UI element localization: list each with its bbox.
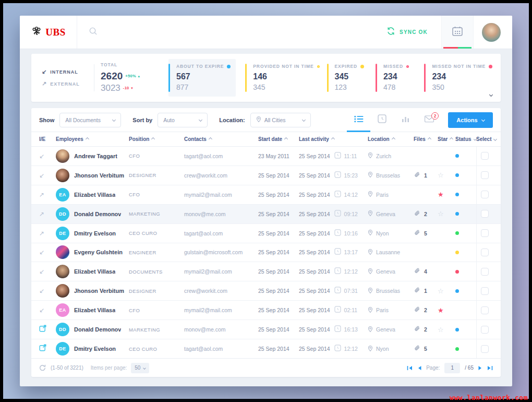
actions-button[interactable]: Actions — [448, 112, 493, 128]
files-cell[interactable]: 1 — [414, 281, 438, 300]
external-filter[interactable]: ↗ EXTERNAL — [42, 80, 88, 87]
files-cell[interactable] — [414, 147, 438, 165]
star-cell[interactable]: ★ — [438, 185, 455, 204]
chart-view-button[interactable] — [394, 108, 417, 132]
employee-cell[interactable]: DEDmitry Evelson — [56, 224, 129, 243]
row-checkbox[interactable] — [481, 191, 489, 198]
employee-cell[interactable]: DEDmitry Evelson — [56, 339, 129, 358]
table-row[interactable]: ↙Elizabet VillasaDOCUMENTSmymail2@mail.c… — [31, 262, 501, 281]
table-row[interactable]: DDDonald DemonovMARKETINGmonov@me.com25 … — [31, 320, 501, 339]
internal-filter[interactable]: ↙ INTERNAL — [42, 68, 88, 75]
column-header[interactable]: Contacts — [184, 136, 258, 142]
files-cell[interactable]: 2 — [414, 320, 438, 339]
table-row[interactable]: ↙Evgeny GulshteinENGINEERgulstain@micros… — [31, 243, 501, 263]
first-page-button[interactable] — [407, 365, 413, 371]
star-cell[interactable] — [438, 224, 455, 243]
column-header[interactable]: Star — [438, 136, 455, 142]
external-link-icon[interactable] — [39, 344, 46, 353]
stat-card[interactable]: ABOUT TO EXPIRE567877 — [168, 59, 236, 97]
employee-cell[interactable]: EAElizabet Villasa — [56, 185, 129, 204]
star-cell[interactable]: ☆ — [438, 281, 455, 300]
row-checkbox[interactable] — [481, 229, 489, 237]
select-cell[interactable] — [476, 205, 493, 223]
employee-cell[interactable]: EAElizabet Villasa — [56, 301, 129, 320]
files-cell[interactable]: 5 — [414, 224, 438, 243]
select-cell[interactable] — [476, 185, 493, 204]
files-cell[interactable] — [414, 185, 438, 204]
employee-cell[interactable]: Jhonson Verbitum — [56, 281, 129, 300]
select-cell[interactable] — [476, 147, 493, 165]
star-cell[interactable]: ☆ — [438, 205, 455, 223]
star-cell[interactable] — [438, 262, 455, 281]
select-cell[interactable] — [476, 262, 493, 281]
column-header[interactable]: Employees — [56, 136, 129, 142]
stat-card[interactable]: MISSED234478 — [376, 59, 417, 97]
employee-cell[interactable]: Jhonson Verbitum — [56, 166, 129, 185]
column-header[interactable]: Position — [129, 136, 184, 142]
row-checkbox[interactable] — [481, 249, 489, 256]
row-checkbox[interactable] — [481, 287, 489, 295]
sync-status[interactable]: SYNC OK — [386, 27, 428, 38]
employee-cell[interactable]: DDDonald Demonov — [56, 320, 129, 339]
column-header[interactable]: Select — [476, 136, 497, 142]
row-checkbox[interactable] — [481, 345, 489, 353]
row-checkbox[interactable] — [481, 306, 489, 314]
row-checkbox[interactable] — [481, 268, 489, 276]
table-row[interactable]: ↙Jhonson VerbitumDESIGNERcrew@workit.com… — [31, 166, 501, 185]
list-view-button[interactable] — [347, 108, 370, 132]
select-cell[interactable] — [476, 281, 493, 300]
star-icon[interactable]: ☆ — [438, 172, 444, 179]
star-icon[interactable]: ★ — [438, 307, 444, 314]
star-cell[interactable]: ☆ — [438, 320, 455, 339]
files-cell[interactable]: 2 — [414, 301, 438, 320]
sort-select[interactable]: Auto — [158, 113, 208, 127]
mail-button[interactable]: 2 — [417, 108, 441, 132]
last-page-button[interactable] — [487, 365, 493, 371]
row-checkbox[interactable] — [481, 210, 489, 218]
page-input[interactable]: 1 — [444, 363, 460, 373]
per-page-select[interactable]: 50 — [131, 363, 149, 373]
employee-cell[interactable]: Elizabet Villasa — [56, 262, 129, 281]
employee-cell[interactable]: DDDonald Demonov — [56, 205, 129, 223]
star-icon[interactable]: ☆ — [438, 326, 444, 333]
column-header[interactable]: I/E — [39, 136, 56, 142]
files-cell[interactable]: 1 — [414, 166, 438, 185]
star-cell[interactable]: ★ — [438, 301, 455, 320]
star-icon[interactable]: ★ — [438, 191, 444, 198]
stats-expand-button[interactable] — [490, 89, 492, 98]
column-header[interactable]: Start date — [258, 136, 299, 142]
column-header[interactable]: Location — [368, 136, 414, 142]
select-cell[interactable] — [476, 339, 493, 358]
user-avatar[interactable] — [482, 23, 501, 42]
prev-page-button[interactable] — [417, 365, 421, 371]
documents-select[interactable]: All Documents — [59, 113, 121, 127]
files-cell[interactable] — [414, 243, 438, 262]
table-row[interactable]: ↙Andrew TaggartCFOtagart@aol.com23 May 2… — [31, 147, 501, 166]
star-cell[interactable] — [438, 339, 455, 358]
select-cell[interactable] — [476, 320, 493, 339]
refresh-button[interactable] — [39, 364, 46, 371]
column-header[interactable]: Status — [455, 136, 476, 142]
star-cell[interactable] — [438, 243, 455, 262]
star-icon[interactable]: ☆ — [438, 210, 444, 217]
row-checkbox[interactable] — [481, 171, 489, 179]
files-cell[interactable]: 2 — [414, 205, 438, 223]
star-icon[interactable]: ☆ — [438, 288, 444, 294]
star-cell[interactable]: ☆ — [438, 166, 455, 185]
calendar-button[interactable] — [441, 16, 474, 49]
table-row[interactable]: DEDmitry EvelsonCEO CUROtagart@aol.com25… — [31, 339, 501, 358]
table-row[interactable]: ↙EAElizabet VillasaCFOmymail2@mail.com25… — [31, 301, 501, 320]
employee-cell[interactable]: Evgeny Gulshtein — [56, 243, 129, 262]
files-cell[interactable]: 4 — [414, 262, 438, 281]
column-header[interactable]: Files — [414, 136, 438, 142]
stat-card[interactable]: PROVIDED NOT IN TIME146345 — [245, 59, 319, 97]
employee-cell[interactable]: Andrew Taggart — [56, 147, 129, 165]
row-checkbox[interactable] — [481, 152, 489, 160]
table-row[interactable]: ↗EAElizabet VillasaCFOmymail2@mail.com25… — [31, 185, 501, 205]
timeline-view-button[interactable] — [370, 108, 394, 132]
location-select[interactable]: All Cities — [250, 113, 311, 127]
next-page-button[interactable] — [478, 365, 482, 371]
select-cell[interactable] — [476, 301, 493, 320]
search-button[interactable] — [89, 27, 98, 38]
table-row[interactable]: ↗DEDmitry EvelsonCEO CUROtagart@aol.com2… — [31, 224, 501, 243]
